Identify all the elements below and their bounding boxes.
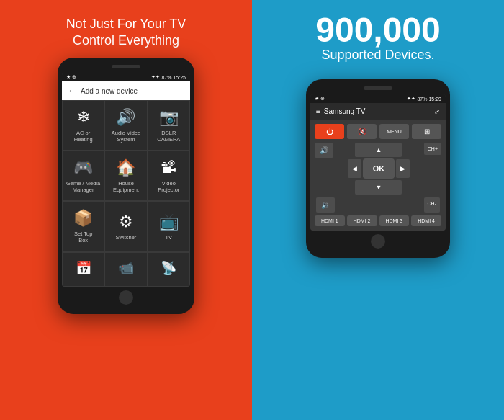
back-arrow-icon: ←	[68, 86, 76, 96]
device-grid-bottom: 📅 📹 📡	[62, 251, 190, 287]
mute-button[interactable]: 🔇	[347, 124, 377, 139]
game-icon: 🎮	[73, 158, 93, 177]
vol-ch-minus-row: 🔉 CH-	[315, 197, 441, 213]
device-item-ac[interactable]: ❄ AC orHeating	[62, 100, 104, 151]
camera-red-icon: 📹	[118, 260, 134, 276]
right-headline: 900,000 Supported Devices.	[315, 13, 441, 63]
nav-up-button[interactable]: ▲	[355, 143, 402, 157]
audio-icon: 🔊	[116, 108, 135, 127]
left-phone-wrapper: ★ ⊕ ✦✦ 87% 15:25 ← Add a new device ❄	[58, 58, 194, 314]
device-item-camera-red[interactable]: 📹	[104, 252, 147, 287]
right-phone: ★ ⊕ ✦✦ 87% 15:29 ≡ Samsung TV ⤢	[306, 79, 450, 258]
tv-icon: 📺	[159, 213, 179, 231]
left-panel: Not Just For Your TV Control Everything …	[0, 0, 252, 420]
remote-screen: ⏻ 🔇 MENU ⊞ 🔊	[310, 120, 446, 231]
fullscreen-icon[interactable]: ⤢	[434, 107, 440, 115]
nav-vol-section: 🔊 ▲ ◀ OK ▶ ▼	[315, 143, 441, 195]
calendar-icon: 📅	[76, 260, 91, 276]
hdmi-row: HDMI 1 HDMI 2 HDMI 3 HDMI 4	[315, 215, 441, 226]
left-headline: Not Just For Your TV Control Everything	[66, 16, 186, 50]
home-button-left[interactable]	[119, 290, 133, 305]
vol-up-button[interactable]: 🔊	[315, 143, 333, 158]
dslr-icon: 📷	[159, 108, 179, 127]
device-grid: ❄ AC orHeating 🔊 Audio VideoSystem 📷 DSL…	[62, 100, 190, 251]
dpad: ▲ ◀ OK ▶ ▼	[336, 143, 421, 195]
tv-header: ≡ Samsung TV ⤢	[310, 103, 446, 120]
vol-down-button[interactable]: 🔉	[316, 197, 335, 213]
status-bar-right: ★ ⊕ ✦✦ 87% 15:29	[310, 94, 446, 103]
right-panel: 900,000 Supported Devices. ★ ⊕ ✦✦ 87% 15…	[252, 0, 504, 420]
ch-plus-button[interactable]: CH+	[424, 143, 441, 155]
hdmi1-button[interactable]: HDMI 1	[315, 215, 345, 226]
device-item-game[interactable]: 🎮 Game / MediaManager	[62, 151, 104, 201]
input-button[interactable]: ⊞	[412, 124, 441, 139]
ac-icon: ❄	[77, 108, 90, 127]
ch-minus-button[interactable]: CH-	[424, 197, 440, 213]
ok-button[interactable]: OK	[363, 158, 395, 179]
wifi-icon: 📡	[161, 260, 176, 276]
device-item-projector[interactable]: 📽 VideoProjector	[148, 151, 190, 201]
right-phone-screen: ★ ⊕ ✦✦ 87% 15:29 ≡ Samsung TV ⤢	[310, 94, 446, 231]
nav-down-button[interactable]: ▼	[355, 180, 402, 195]
vol-col-left: 🔊	[315, 143, 333, 195]
device-item-switcher[interactable]: ⚙ Switcher	[104, 201, 147, 251]
right-phone-wrapper: ★ ⊕ ✦✦ 87% 15:29 ≡ Samsung TV ⤢	[306, 79, 450, 258]
nav-right-button[interactable]: ▶	[396, 159, 410, 178]
hdmi4-button[interactable]: HDMI 4	[411, 215, 441, 226]
device-item-dslr[interactable]: 📷 DSLRCAMERA	[148, 100, 190, 151]
house-icon: 🏠	[116, 158, 135, 177]
home-button-right[interactable]	[371, 234, 385, 249]
status-bar-left: ★ ⊕ ✦✦ 87% 15:25	[62, 73, 190, 81]
device-item-calendar[interactable]: 📅	[62, 252, 104, 287]
settopbox-icon: 📦	[73, 209, 93, 228]
nav-left-button[interactable]: ◀	[348, 159, 361, 178]
menu-icon: ≡	[316, 107, 320, 115]
hdmi3-button[interactable]: HDMI 3	[379, 215, 410, 226]
hdmi2-button[interactable]: HDMI 2	[347, 215, 377, 226]
top-buttons-row: ⏻ 🔇 MENU ⊞	[315, 124, 441, 139]
device-item-house[interactable]: 🏠 HouseEquipment	[104, 151, 147, 201]
projector-icon: 📽	[161, 158, 176, 177]
device-item-wifi[interactable]: 📡	[148, 252, 190, 287]
left-phone-screen: ★ ⊕ ✦✦ 87% 15:25 ← Add a new device ❄	[62, 73, 190, 287]
device-item-tv[interactable]: 📺 TV	[148, 201, 190, 251]
power-button[interactable]: ⏻	[315, 124, 344, 139]
device-item-audio[interactable]: 🔊 Audio VideoSystem	[104, 100, 147, 151]
left-phone: ★ ⊕ ✦✦ 87% 15:25 ← Add a new device ❄	[58, 58, 194, 314]
device-item-settopbox[interactable]: 📦 Set TopBox	[62, 201, 104, 251]
add-device-bar[interactable]: ← Add a new device	[62, 81, 190, 100]
switcher-icon: ⚙	[119, 213, 133, 231]
ch-col-right: CH+	[424, 143, 441, 195]
menu-button[interactable]: MENU	[379, 124, 409, 139]
